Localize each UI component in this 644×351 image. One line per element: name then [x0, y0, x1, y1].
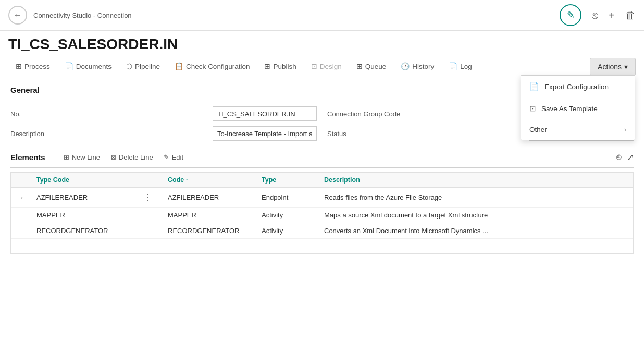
- actions-dropdown-menu: 📄 Export Configuration ⊡ Save As Templat…: [521, 75, 635, 140]
- row1-type: Endpoint: [255, 188, 318, 208]
- field-no-label: No.: [10, 110, 57, 118]
- row1-arrow-icon: →: [17, 193, 24, 201]
- tab-design-label: Design: [320, 63, 342, 70]
- elements-share-icon[interactable]: ⎋: [616, 152, 622, 162]
- row3-dots-cell: [134, 223, 162, 239]
- tab-documents-label: Documents: [76, 63, 112, 70]
- save-template-label: Save As Template: [541, 105, 598, 113]
- table-row[interactable]: RECORDGENERATOR RECORDGENERATOR Activity…: [11, 223, 633, 239]
- tab-pipeline-label: Pipeline: [135, 63, 160, 70]
- row2-dots-cell: [134, 208, 162, 223]
- dropdown-item-other[interactable]: Other ›: [521, 119, 635, 140]
- row2-code: MAPPER: [162, 208, 255, 223]
- tab-check-configuration-label: Check Configuration: [186, 63, 250, 70]
- field-no: No.: [10, 106, 317, 121]
- check-config-tab-icon: 📋: [175, 62, 183, 70]
- tab-documents[interactable]: 📄 Documents: [57, 57, 119, 77]
- new-line-button[interactable]: ⊞ New Line: [58, 151, 105, 163]
- row3-description: Converts an Xml Document into Microsoft …: [318, 223, 633, 239]
- row2-arrow: [11, 208, 30, 223]
- share-icon-button[interactable]: ⎋: [592, 9, 598, 21]
- publish-tab-icon: ⊞: [264, 62, 270, 70]
- row1-context-menu-button[interactable]: ⋮: [141, 191, 155, 203]
- pipeline-tab-icon: ⬡: [126, 62, 132, 70]
- tab-history-label: History: [412, 63, 434, 70]
- dropdown-item-save-as-template[interactable]: ⊡ Save As Template: [521, 98, 635, 119]
- edit-icon-button[interactable]: ✎: [560, 4, 581, 26]
- row3-code: RECORDGENERATOR: [162, 223, 255, 239]
- row1-dots-cell: ⋮: [134, 188, 162, 208]
- field-desc-input[interactable]: [213, 126, 317, 141]
- row2-description: Maps a source Xml document to a target X…: [318, 208, 633, 223]
- th-code[interactable]: Code ↑: [162, 173, 255, 188]
- delete-line-button[interactable]: ⊠ Delete Line: [105, 151, 158, 163]
- actions-button[interactable]: Actions ▾ 📄 Export Configuration ⊡ Save …: [590, 58, 636, 76]
- th-type[interactable]: Type: [255, 173, 318, 188]
- other-chevron-icon: ›: [624, 126, 627, 134]
- history-tab-icon: 🕐: [401, 62, 410, 70]
- tab-pipeline[interactable]: ⬡ Pipeline: [119, 57, 167, 77]
- elements-expand-icon[interactable]: ⤢: [627, 152, 634, 162]
- row2-type-code: MAPPER: [30, 208, 134, 223]
- tab-queue[interactable]: ⊞ Queue: [349, 57, 394, 77]
- field-no-input[interactable]: [213, 106, 317, 121]
- save-template-icon: ⊡: [529, 104, 536, 113]
- top-bar: ← Connectivity Studio - Connection ✎ ⎋ +…: [0, 0, 644, 31]
- export-config-label: Export Configuration: [544, 83, 609, 91]
- back-button[interactable]: ←: [8, 6, 27, 25]
- field-cgc-label: Connection Group Code: [327, 110, 400, 118]
- field-desc-label: Description: [10, 130, 57, 138]
- table-header-row: Type Code Code ↑ Type Description: [11, 173, 633, 188]
- tab-publish-label: Publish: [273, 63, 296, 70]
- field-cgc-dots: [407, 114, 522, 114]
- delete-line-icon: ⊠: [110, 153, 116, 161]
- tab-process[interactable]: ⊞ Process: [8, 57, 57, 77]
- th-type-code[interactable]: Type Code: [30, 173, 134, 188]
- edit-button[interactable]: ✎ Edit: [158, 151, 189, 163]
- tab-log[interactable]: 📄 Log: [441, 57, 479, 77]
- field-description: Description: [10, 126, 317, 141]
- edit-action-icon: ✎: [164, 153, 169, 161]
- breadcrumb: Connectivity Studio - Connection: [33, 11, 132, 19]
- export-config-icon: 📄: [529, 82, 539, 91]
- table-row[interactable]: MAPPER MAPPER Activity Maps a source Xml…: [11, 208, 633, 223]
- tab-queue-label: Queue: [365, 63, 387, 70]
- sort-asc-icon: ↑: [185, 177, 188, 183]
- new-line-icon: ⊞: [64, 153, 69, 161]
- row3-type-code: RECORDGENERATOR: [30, 223, 134, 239]
- field-no-dots: [65, 114, 205, 114]
- tab-history[interactable]: 🕐 History: [393, 57, 441, 77]
- tab-publish[interactable]: ⊞ Publish: [257, 57, 303, 77]
- row1-arrow: →: [11, 188, 30, 208]
- design-tab-icon: ⊡: [311, 62, 317, 70]
- row3-arrow: [11, 223, 30, 239]
- row1-description: Reads files from the Azure File Storage: [318, 188, 633, 208]
- tab-check-configuration[interactable]: 📋 Check Configuration: [167, 57, 257, 77]
- th-code-label: Code: [168, 176, 184, 184]
- actions-button-label: Actions: [598, 63, 622, 71]
- add-icon-button[interactable]: +: [609, 9, 615, 21]
- elements-section-title: Elements: [10, 153, 54, 162]
- row2-type: Activity: [255, 208, 318, 223]
- header-action-icons: ✎ ⎋ + 🗑: [560, 4, 636, 26]
- th-arrow: [11, 173, 30, 188]
- delete-icon-button[interactable]: 🗑: [625, 9, 636, 21]
- other-label: Other: [529, 126, 547, 134]
- th-type-code-label: Type Code: [36, 176, 69, 184]
- th-type-label: Type: [262, 176, 276, 184]
- th-dots: [134, 173, 162, 188]
- elements-right-actions: ⎋ ⤢: [616, 152, 634, 162]
- th-description-label: Description: [324, 176, 360, 184]
- table-row[interactable]: → AZFILEREADER ⋮ AZFILEREADER Endpoint R…: [11, 188, 633, 208]
- field-desc-dots: [65, 134, 205, 134]
- elements-table: Type Code Code ↑ Type Description: [11, 173, 633, 253]
- documents-tab-icon: 📄: [65, 62, 73, 70]
- page-title: TI_CS_SALESORDER.IN: [0, 31, 644, 57]
- table-row-empty: [11, 239, 633, 253]
- dropdown-item-export-configuration[interactable]: 📄 Export Configuration: [521, 76, 635, 98]
- log-tab-icon: 📄: [449, 62, 457, 70]
- elements-header: Elements ⊞ New Line ⊠ Delete Line ✎ Edit…: [10, 151, 634, 168]
- delete-line-label: Delete Line: [119, 153, 153, 161]
- th-description[interactable]: Description: [318, 173, 633, 188]
- th-code-sort: Code ↑: [168, 176, 249, 184]
